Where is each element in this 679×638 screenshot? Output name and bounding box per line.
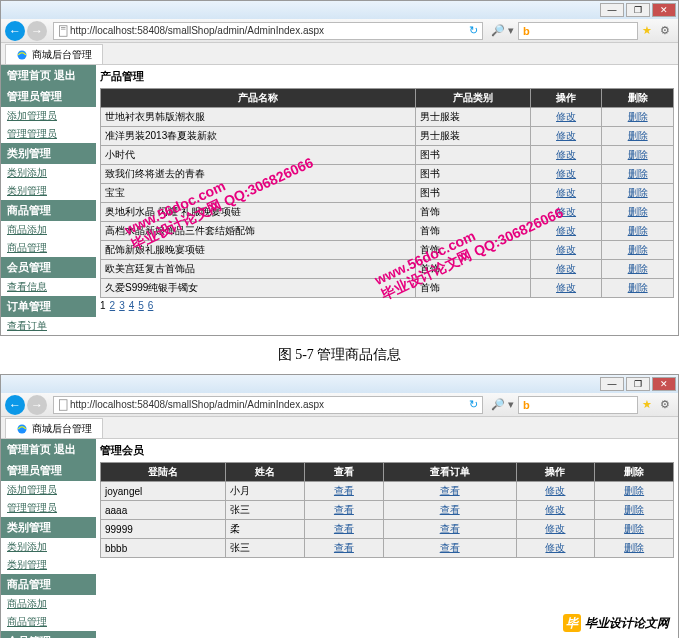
maximize-button[interactable]: ❐: [626, 3, 650, 17]
sidebar-header[interactable]: 管理首页 退出: [1, 439, 96, 460]
action-link[interactable]: 查看: [305, 539, 384, 558]
close-button[interactable]: ✕: [652, 377, 676, 391]
action-link[interactable]: 修改: [530, 108, 602, 127]
sidebar-link[interactable]: 类别管理: [1, 182, 96, 200]
back-button[interactable]: ←: [5, 395, 25, 415]
action-link[interactable]: 修改: [530, 203, 602, 222]
action-link[interactable]: 删除: [595, 501, 674, 520]
forward-button[interactable]: →: [27, 395, 47, 415]
sidebar-link[interactable]: 商品管理: [1, 239, 96, 257]
sidebar-section[interactable]: 管理员管理: [1, 86, 96, 107]
sidebar-link[interactable]: 商品添加: [1, 221, 96, 239]
action-link[interactable]: 查看: [383, 501, 516, 520]
cell: 张三: [226, 501, 305, 520]
pager-link[interactable]: 1: [100, 300, 106, 311]
action-link[interactable]: 修改: [530, 279, 602, 298]
browser-toolbar: ← → http://localhost:58408/smallShop/adm…: [1, 393, 678, 417]
table-row: 宝宝图书修改删除: [101, 184, 674, 203]
action-link[interactable]: 修改: [530, 165, 602, 184]
column-header: 删除: [595, 463, 674, 482]
action-link[interactable]: 修改: [530, 241, 602, 260]
action-link[interactable]: 查看: [305, 520, 384, 539]
action-link[interactable]: 查看: [383, 482, 516, 501]
settings-icon[interactable]: ⚙: [660, 398, 670, 411]
table-row: 奥地利水晶 闪耀 礼服晚宴项链首饰修改删除: [101, 203, 674, 222]
action-link[interactable]: 删除: [602, 108, 674, 127]
cell: 配饰新娘礼服晚宴项链: [101, 241, 416, 260]
action-link[interactable]: 删除: [602, 184, 674, 203]
sidebar-link[interactable]: 商品添加: [1, 595, 96, 613]
address-bar[interactable]: http://localhost:58408/smallShop/admin/A…: [53, 22, 483, 40]
action-link[interactable]: 查看: [383, 539, 516, 558]
browser-window-1: — ❐ ✕ ← → http://localhost:58408/smallSh…: [0, 0, 679, 336]
action-link[interactable]: 修改: [530, 222, 602, 241]
action-link[interactable]: 删除: [595, 482, 674, 501]
sidebar-section[interactable]: 管理员管理: [1, 460, 96, 481]
sidebar-link[interactable]: 管理管理员: [1, 499, 96, 517]
action-link[interactable]: 删除: [595, 520, 674, 539]
action-link[interactable]: 删除: [602, 222, 674, 241]
search-dropdown-icon[interactable]: 🔎 ▾: [491, 398, 514, 411]
pager-link[interactable]: 6: [148, 300, 154, 311]
sidebar-section[interactable]: 会员管理: [1, 257, 96, 278]
browser-tab[interactable]: 商城后台管理: [5, 418, 103, 438]
action-link[interactable]: 修改: [516, 482, 595, 501]
sidebar-section[interactable]: 会员管理: [1, 631, 96, 638]
action-link[interactable]: 修改: [516, 520, 595, 539]
action-link[interactable]: 删除: [602, 260, 674, 279]
minimize-button[interactable]: —: [600, 3, 624, 17]
action-link[interactable]: 删除: [602, 279, 674, 298]
sidebar-link[interactable]: 商品管理: [1, 613, 96, 631]
sidebar-section[interactable]: 类别管理: [1, 517, 96, 538]
sidebar-link[interactable]: 类别添加: [1, 538, 96, 556]
sidebar-section[interactable]: 商品管理: [1, 200, 96, 221]
favorites-icon[interactable]: ★: [642, 24, 652, 37]
browser-tab[interactable]: 商城后台管理: [5, 44, 103, 64]
forward-button[interactable]: →: [27, 21, 47, 41]
action-link[interactable]: 删除: [602, 146, 674, 165]
action-link[interactable]: 查看: [383, 520, 516, 539]
sidebar-link[interactable]: 查看订单: [1, 317, 96, 335]
sidebar-link[interactable]: 类别管理: [1, 556, 96, 574]
sidebar-link[interactable]: 查看信息: [1, 278, 96, 296]
sidebar: 管理首页 退出 管理员管理添加管理员管理管理员类别管理类别添加类别管理商品管理商…: [1, 65, 96, 335]
search-box[interactable]: b: [518, 22, 638, 40]
search-box[interactable]: b: [518, 396, 638, 414]
sidebar-link[interactable]: 类别添加: [1, 164, 96, 182]
close-button[interactable]: ✕: [652, 3, 676, 17]
sidebar-section[interactable]: 类别管理: [1, 143, 96, 164]
action-link[interactable]: 修改: [530, 146, 602, 165]
action-link[interactable]: 修改: [530, 127, 602, 146]
action-link[interactable]: 修改: [530, 260, 602, 279]
action-link[interactable]: 删除: [602, 165, 674, 184]
pager-link[interactable]: 2: [110, 300, 116, 311]
maximize-button[interactable]: ❐: [626, 377, 650, 391]
pager-link[interactable]: 5: [138, 300, 144, 311]
address-bar[interactable]: http://localhost:58408/smallShop/admin/A…: [53, 396, 483, 414]
sidebar-link[interactable]: 添加管理员: [1, 481, 96, 499]
action-link[interactable]: 修改: [530, 184, 602, 203]
sidebar-link[interactable]: 添加管理员: [1, 107, 96, 125]
action-link[interactable]: 修改: [516, 539, 595, 558]
action-link[interactable]: 查看: [305, 482, 384, 501]
search-dropdown-icon[interactable]: 🔎 ▾: [491, 24, 514, 37]
action-link[interactable]: 删除: [602, 127, 674, 146]
refresh-icon[interactable]: ↻: [469, 398, 478, 411]
favorites-icon[interactable]: ★: [642, 398, 652, 411]
sidebar-header[interactable]: 管理首页 退出: [1, 65, 96, 86]
sidebar-link[interactable]: 管理管理员: [1, 125, 96, 143]
refresh-icon[interactable]: ↻: [469, 24, 478, 37]
minimize-button[interactable]: —: [600, 377, 624, 391]
action-link[interactable]: 删除: [602, 203, 674, 222]
sidebar-section[interactable]: 商品管理: [1, 574, 96, 595]
pager-link[interactable]: 4: [129, 300, 135, 311]
table-row: 世地衬衣男韩版潮衣服男士服装修改删除: [101, 108, 674, 127]
action-link[interactable]: 修改: [516, 501, 595, 520]
settings-icon[interactable]: ⚙: [660, 24, 670, 37]
action-link[interactable]: 删除: [602, 241, 674, 260]
action-link[interactable]: 删除: [595, 539, 674, 558]
action-link[interactable]: 查看: [305, 501, 384, 520]
pager-link[interactable]: 3: [119, 300, 125, 311]
back-button[interactable]: ←: [5, 21, 25, 41]
sidebar-section[interactable]: 订单管理: [1, 296, 96, 317]
